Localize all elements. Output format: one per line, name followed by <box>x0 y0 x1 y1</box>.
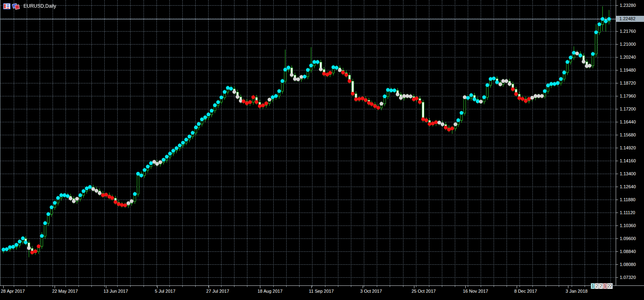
date-axis-minor-tick <box>221 286 222 287</box>
price-axis-label: 1.09600 <box>620 236 636 241</box>
price-axis-tick <box>616 226 618 226</box>
date-axis-minor-tick <box>519 286 520 287</box>
price-axis-label: 1.21000 <box>620 42 636 47</box>
price-axis-tick <box>616 109 618 109</box>
price-axis-label: 1.23280 <box>620 3 636 8</box>
date-axis-minor-tick <box>156 286 157 287</box>
date-axis-tick <box>55 286 55 288</box>
price-axis-label: 1.12640 <box>620 184 636 189</box>
price-axis-tick <box>616 122 618 122</box>
date-axis-tick <box>209 286 209 288</box>
price-axis-tick <box>616 31 618 32</box>
date-axis-minor-tick <box>247 286 247 287</box>
date-axis[interactable]: 28 Apr 201722 May 201713 Jun 20175 Jul 2… <box>0 286 644 300</box>
date-axis-tick <box>465 286 466 288</box>
date-axis-minor-tick <box>559 286 559 287</box>
date-axis-label: 11 Sep 2017 <box>309 289 334 294</box>
price-axis-tick <box>616 96 618 96</box>
price-axis-label: 1.17200 <box>620 106 636 111</box>
price-axis-tick <box>616 44 618 45</box>
templates-icon[interactable] <box>12 3 19 9</box>
date-axis-tick <box>260 286 260 288</box>
price-axis-tick <box>616 200 618 200</box>
last-price-tag: 1.22482 <box>616 16 644 22</box>
price-axis-label: 1.07320 <box>620 275 636 280</box>
date-axis-minor-tick <box>429 286 429 287</box>
date-axis-minor-tick <box>53 286 53 287</box>
date-axis-minor-tick <box>351 286 351 287</box>
date-axis-minor-tick <box>40 286 40 287</box>
date-axis-minor-tick <box>104 286 105 287</box>
price-axis-tick <box>616 213 618 213</box>
date-axis-minor-tick <box>442 286 442 287</box>
price-axis-label: 1.16440 <box>620 119 636 124</box>
date-axis-minor-tick <box>338 286 338 287</box>
price-chart-canvas[interactable] <box>0 0 616 285</box>
date-axis-minor-tick <box>195 286 196 287</box>
price-axis-tick <box>616 264 618 265</box>
date-axis-minor-tick <box>14 286 14 287</box>
date-axis-minor-tick <box>27 286 27 287</box>
date-axis-tick <box>414 286 414 288</box>
date-axis-label: 3 Oct 2017 <box>360 289 382 294</box>
date-axis-label: 16 Nov 2017 <box>463 289 488 294</box>
price-axis-label: 1.19480 <box>620 68 636 72</box>
price-axis-tick <box>616 174 618 174</box>
date-axis-minor-tick <box>494 286 494 287</box>
date-axis-label: 27 Jul 2017 <box>206 289 229 294</box>
price-axis-label: 1.21760 <box>620 29 636 34</box>
chart-table-icon[interactable] <box>3 3 11 9</box>
date-axis-minor-tick <box>130 286 131 287</box>
indicator-signal-boxes: 122122 <box>591 283 613 289</box>
signal-count-box: 22 <box>607 283 613 289</box>
date-axis-minor-tick <box>572 286 572 287</box>
price-axis-label: 1.20240 <box>620 55 636 60</box>
date-axis-minor-tick <box>481 286 481 287</box>
price-axis-tick <box>616 57 618 57</box>
price-axis-tick <box>616 135 618 135</box>
date-axis-label: 22 May 2017 <box>52 289 78 294</box>
price-axis-tick <box>616 70 618 70</box>
date-axis-tick <box>157 286 158 288</box>
price-axis[interactable]: 1.22482 1.232801.217601.210001.202401.19… <box>616 0 644 285</box>
date-axis-minor-tick <box>507 286 507 287</box>
date-axis-label: 28 Apr 2017 <box>1 289 25 294</box>
price-axis-label: 1.13400 <box>620 171 636 176</box>
date-axis-label: 3 Jan 2018 <box>566 289 587 294</box>
date-axis-tick <box>3 286 4 288</box>
date-axis-minor-tick <box>325 286 325 287</box>
price-axis-tick <box>616 83 618 83</box>
date-axis-tick <box>311 286 312 288</box>
date-axis-minor-tick <box>312 286 312 287</box>
date-axis-minor-tick <box>532 286 533 287</box>
price-axis-label: 1.14920 <box>620 145 636 150</box>
date-axis-minor-tick <box>416 286 416 287</box>
date-axis-label: 8 Dec 2017 <box>514 289 537 294</box>
date-axis-minor-tick <box>91 286 92 287</box>
date-axis-tick <box>568 286 568 288</box>
price-axis-tick <box>616 238 618 239</box>
price-axis-label: 1.08080 <box>620 262 636 267</box>
price-axis-label: 1.08840 <box>620 249 636 254</box>
price-axis-tick <box>616 251 618 252</box>
date-axis-label: 13 Jun 2017 <box>103 289 128 294</box>
price-axis-tick <box>616 187 618 187</box>
date-axis-tick <box>106 286 106 288</box>
price-axis-label: 1.11120 <box>620 210 635 215</box>
date-axis-minor-tick <box>286 286 287 287</box>
date-axis-minor-tick <box>468 286 468 287</box>
date-axis-minor-tick <box>364 286 364 287</box>
price-axis-label: 1.18720 <box>620 81 636 85</box>
date-axis-tick <box>517 286 517 288</box>
date-axis-minor-tick <box>182 286 183 287</box>
date-axis-minor-tick <box>78 286 79 287</box>
price-axis-label: 1.11880 <box>620 197 636 202</box>
date-axis-minor-tick <box>546 286 546 287</box>
date-axis-minor-tick <box>455 286 455 287</box>
date-axis-label: 5 Jul 2017 <box>155 289 175 294</box>
date-axis-minor-tick <box>117 286 118 287</box>
date-axis-tick <box>363 286 363 288</box>
price-axis-tick <box>616 277 618 278</box>
left-border <box>0 0 0 285</box>
price-axis-label: 1.14160 <box>620 158 636 163</box>
